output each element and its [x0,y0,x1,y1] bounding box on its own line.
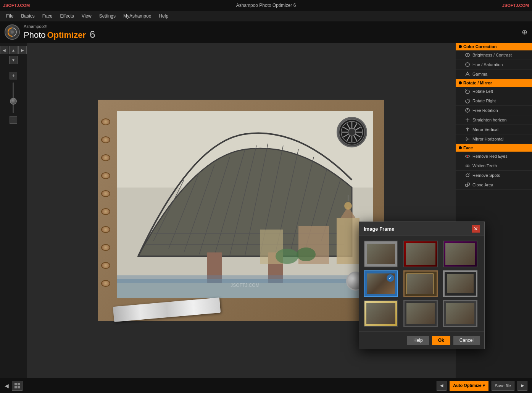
svg-rect-22 [117,275,373,283]
svg-point-1 [11,31,14,34]
dialog-close-button[interactable]: ✕ [472,225,480,233]
face-section: Face Remove Red Eyes Whiten Teeth Remove… [456,144,532,190]
gamma-icon [465,71,470,77]
frames-grid: ✓ [364,241,480,327]
shutter-icon [337,117,367,147]
brightness-contrast-item[interactable]: Brightness / Contrast [456,50,532,60]
save-file-button[interactable]: Save file [492,381,514,391]
logobar: Ashampoo® Photo Optimizer 6 ⊕ [0,21,532,43]
app-title: Ashampoo Photo Optimizer 6 [236,3,296,8]
dialog-title: Image Frame [364,226,394,232]
hue-icon [465,62,470,67]
rotate-left-item[interactable]: Rotate Left [456,87,532,96]
dialog-header: Image Frame ✕ [359,222,484,236]
thumbnail-toggle-button[interactable] [12,381,23,391]
dialog-help-button[interactable]: Help [407,336,429,345]
menu-myashampoo[interactable]: MyAshampoo [120,12,154,20]
share-icon[interactable]: ⊕ [522,28,527,36]
remove-red-eyes-item[interactable]: Remove Red Eyes [456,152,532,161]
dialog-body: ✓ [359,236,484,332]
frame-option-8[interactable] [403,300,438,327]
spiral-holes [101,107,113,298]
prev-button[interactable]: ◀ [437,381,447,391]
arrow-up[interactable]: ▲ [9,46,18,54]
menu-basics[interactable]: Basics [18,12,37,20]
zoom-section: + − [10,72,17,124]
straighten-icon [465,117,470,123]
frame-option-9[interactable] [443,300,477,327]
auto-optimize-button[interactable]: Auto Optimize ▾ [450,381,488,391]
mirror-horizontal-icon [465,136,470,142]
clone-area-item[interactable]: Clone Area [456,180,532,190]
spiral-hole [101,226,110,233]
spiral-hole [101,154,110,161]
dialog-cancel-button[interactable]: Cancel [453,336,480,345]
photo-frame: JSOFTJ.COM [98,100,384,321]
face-header: Face [456,144,532,152]
spiral-hole [101,190,110,197]
svg-rect-59 [18,383,20,385]
svg-point-30 [297,247,316,261]
color-correction-header: Color Correction [456,43,532,50]
svg-line-55 [469,173,469,174]
expand-left-button[interactable]: ◀ [5,383,9,389]
frame-option-3[interactable] [443,241,477,267]
clone-icon [465,182,470,188]
spiral-hole [101,244,110,251]
frame-option-4-selected[interactable]: ✓ [364,270,398,297]
frame-option-5[interactable] [403,270,438,297]
product-name: Photo Optimizer 6 [24,29,95,40]
next-button[interactable]: ▶ [517,381,527,391]
svg-point-43 [466,63,469,66]
rotate-left-icon [465,89,470,94]
free-rotation-item[interactable]: Free Rotation [456,106,532,115]
spiral-hole [101,280,110,287]
frame-option-1[interactable] [364,241,398,267]
arrow-right[interactable]: ▶ [18,46,27,54]
remove-spots-item[interactable]: Remove Spots [456,171,532,180]
spiral-hole [101,172,110,179]
frame-option-7[interactable] [364,300,398,327]
logo-icon [5,24,20,40]
zoom-slider-thumb[interactable] [10,98,17,105]
dialog-ok-button[interactable]: Ok [432,336,450,345]
svg-rect-58 [15,383,17,385]
bottom-toolbar: ◀ ◀ Auto Optimize ▾ Save file ▶ [0,378,532,393]
mirror-horizontal-item[interactable]: Mirror Horizontal [456,134,532,144]
rotate-right-icon [465,98,470,104]
zoom-in-button[interactable]: + [10,72,17,79]
svg-text:JSOFTJ.COM: JSOFTJ.COM [231,283,259,288]
spiral-hole [101,262,110,269]
nav-arrows: ◀ ▲ ▶ ▼ [0,46,27,64]
svg-point-41 [348,128,356,136]
straighten-horizon-item[interactable]: Straighten horizon [456,115,532,125]
menu-face[interactable]: Face [39,12,56,20]
whiten-teeth-item[interactable]: Whiten Teeth [456,161,532,171]
spiral-hole [101,136,110,143]
menu-view[interactable]: View [79,12,95,20]
pen-decoration [113,297,221,322]
arrow-down[interactable]: ▼ [9,56,18,64]
bridge-photo: JSOFTJ.COM [117,111,373,298]
menu-settings[interactable]: Settings [96,12,119,20]
whiten-teeth-icon [465,163,470,168]
svg-point-25 [344,202,352,210]
frame-option-6[interactable] [443,270,477,297]
menu-file[interactable]: File [3,12,16,20]
menu-help[interactable]: Help [156,12,171,20]
spiral-hole [101,118,110,125]
arrow-left[interactable]: ◀ [0,46,8,54]
grid-icon [14,383,20,389]
frame-option-2[interactable] [403,241,438,267]
rotate-right-item[interactable]: Rotate Right [456,96,532,106]
svg-point-54 [466,174,469,177]
watermark-right: JSOFTJ.COM [502,3,529,8]
color-correction-section: Color Correction Brightness / Contrast H… [456,43,532,79]
gamma-item[interactable]: Gamma [456,70,532,79]
hue-saturation-item[interactable]: Hue / Saturation [456,60,532,70]
menu-effects[interactable]: Effects [57,12,77,20]
zoom-out-button[interactable]: − [10,116,17,124]
svg-rect-61 [18,386,20,388]
left-panel: ◀ ▲ ▶ ▼ + − [0,43,27,378]
mirror-vertical-item[interactable]: Mirror Vertical [456,125,532,134]
